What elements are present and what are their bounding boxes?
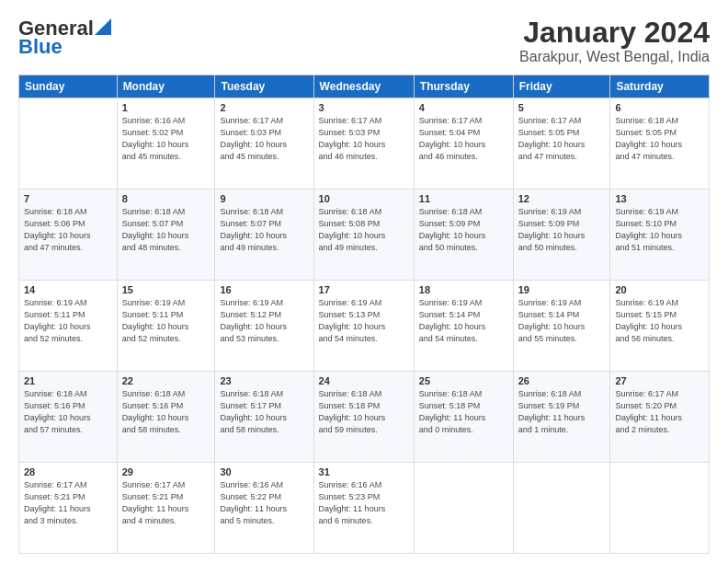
logo-arrow-icon [95,18,111,35]
page-subtitle: Barakpur, West Bengal, India [519,49,710,65]
day-info: Sunrise: 6:17 AM Sunset: 5:03 PM Dayligh… [319,115,409,163]
calendar-cell: 7Sunrise: 6:18 AM Sunset: 5:06 PM Daylig… [19,190,118,281]
calendar-cell: 3Sunrise: 6:17 AM Sunset: 5:03 PM Daylig… [313,98,414,190]
calendar-cell [19,98,118,190]
day-number: 22 [122,375,210,386]
calendar-cell: 27Sunrise: 6:17 AM Sunset: 5:20 PM Dayli… [610,372,710,463]
day-info: Sunrise: 6:19 AM Sunset: 5:09 PM Dayligh… [518,206,606,254]
day-info: Sunrise: 6:18 AM Sunset: 5:07 PM Dayligh… [122,206,210,254]
calendar-cell: 13Sunrise: 6:19 AM Sunset: 5:10 PM Dayli… [610,190,710,281]
calendar-cell [610,463,710,554]
day-number: 28 [24,466,112,477]
calendar-cell: 30Sunrise: 6:16 AM Sunset: 5:22 PM Dayli… [215,463,313,554]
day-number: 20 [615,284,704,295]
day-number: 29 [122,466,210,477]
calendar-cell: 25Sunrise: 6:18 AM Sunset: 5:18 PM Dayli… [414,372,513,463]
day-number: 16 [220,284,308,295]
calendar-cell: 1Sunrise: 6:16 AM Sunset: 5:02 PM Daylig… [117,98,215,190]
calendar-cell [513,463,610,554]
day-info: Sunrise: 6:19 AM Sunset: 5:14 PM Dayligh… [518,297,606,345]
calendar-cell: 31Sunrise: 6:16 AM Sunset: 5:23 PM Dayli… [313,463,414,554]
day-info: Sunrise: 6:19 AM Sunset: 5:14 PM Dayligh… [419,297,508,345]
day-info: Sunrise: 6:18 AM Sunset: 5:18 PM Dayligh… [419,388,508,436]
day-info: Sunrise: 6:19 AM Sunset: 5:11 PM Dayligh… [122,297,210,345]
page-header: General Blue January 2024 Barakpur, West… [18,17,710,65]
day-number: 6 [615,102,704,113]
calendar-cell: 8Sunrise: 6:18 AM Sunset: 5:07 PM Daylig… [117,190,215,281]
logo-blue: Blue [18,35,63,59]
day-number: 18 [419,284,508,295]
calendar-cell: 4Sunrise: 6:17 AM Sunset: 5:04 PM Daylig… [414,98,513,190]
calendar-header-row: Sunday Monday Tuesday Wednesday Thursday… [19,75,710,98]
day-info: Sunrise: 6:17 AM Sunset: 5:04 PM Dayligh… [419,115,508,163]
calendar-cell: 6Sunrise: 6:18 AM Sunset: 5:05 PM Daylig… [610,98,710,190]
day-number: 14 [24,284,112,295]
day-info: Sunrise: 6:18 AM Sunset: 5:16 PM Dayligh… [24,388,112,436]
day-info: Sunrise: 6:17 AM Sunset: 5:05 PM Dayligh… [518,115,606,163]
day-number: 11 [419,193,508,204]
day-number: 26 [518,375,606,386]
day-info: Sunrise: 6:18 AM Sunset: 5:16 PM Dayligh… [122,388,210,436]
calendar-cell: 29Sunrise: 6:17 AM Sunset: 5:21 PM Dayli… [117,463,215,554]
day-info: Sunrise: 6:18 AM Sunset: 5:08 PM Dayligh… [319,206,409,254]
day-number: 19 [518,284,606,295]
day-number: 5 [518,102,606,113]
day-number: 8 [122,193,210,204]
day-info: Sunrise: 6:18 AM Sunset: 5:07 PM Dayligh… [220,206,308,254]
day-number: 4 [419,102,508,113]
calendar-cell: 16Sunrise: 6:19 AM Sunset: 5:12 PM Dayli… [215,281,313,372]
day-number: 24 [319,375,409,386]
day-info: Sunrise: 6:17 AM Sunset: 5:20 PM Dayligh… [615,388,704,436]
calendar-cell: 24Sunrise: 6:18 AM Sunset: 5:18 PM Dayli… [313,372,414,463]
day-info: Sunrise: 6:16 AM Sunset: 5:02 PM Dayligh… [122,115,210,163]
day-number: 10 [319,193,409,204]
day-number: 15 [122,284,210,295]
col-thursday: Thursday [414,75,513,98]
day-info: Sunrise: 6:18 AM Sunset: 5:17 PM Dayligh… [220,388,308,436]
day-number: 23 [220,375,308,386]
logo: General Blue [18,17,111,59]
calendar-cell: 14Sunrise: 6:19 AM Sunset: 5:11 PM Dayli… [19,281,118,372]
col-friday: Friday [513,75,610,98]
calendar-cell: 26Sunrise: 6:18 AM Sunset: 5:19 PM Dayli… [513,372,610,463]
day-number: 13 [615,193,704,204]
day-info: Sunrise: 6:17 AM Sunset: 5:21 PM Dayligh… [24,479,112,527]
day-info: Sunrise: 6:17 AM Sunset: 5:03 PM Dayligh… [220,115,308,163]
day-number: 9 [220,193,308,204]
calendar-cell: 21Sunrise: 6:18 AM Sunset: 5:16 PM Dayli… [19,372,118,463]
day-number: 27 [615,375,704,386]
col-monday: Monday [117,75,215,98]
calendar-cell: 5Sunrise: 6:17 AM Sunset: 5:05 PM Daylig… [513,98,610,190]
col-tuesday: Tuesday [215,75,313,98]
day-info: Sunrise: 6:16 AM Sunset: 5:22 PM Dayligh… [220,479,308,527]
col-saturday: Saturday [610,75,710,98]
day-info: Sunrise: 6:19 AM Sunset: 5:13 PM Dayligh… [319,297,409,345]
day-number: 7 [24,193,112,204]
calendar-week-row: 1Sunrise: 6:16 AM Sunset: 5:02 PM Daylig… [19,98,710,190]
day-info: Sunrise: 6:18 AM Sunset: 5:09 PM Dayligh… [419,206,508,254]
calendar-cell: 15Sunrise: 6:19 AM Sunset: 5:11 PM Dayli… [117,281,215,372]
day-number: 21 [24,375,112,386]
page-title: January 2024 [519,17,710,49]
calendar-week-row: 14Sunrise: 6:19 AM Sunset: 5:11 PM Dayli… [19,281,710,372]
day-info: Sunrise: 6:18 AM Sunset: 5:19 PM Dayligh… [518,388,606,436]
day-info: Sunrise: 6:19 AM Sunset: 5:12 PM Dayligh… [220,297,308,345]
calendar-cell: 20Sunrise: 6:19 AM Sunset: 5:15 PM Dayli… [610,281,710,372]
day-info: Sunrise: 6:18 AM Sunset: 5:18 PM Dayligh… [319,388,409,436]
calendar-week-row: 28Sunrise: 6:17 AM Sunset: 5:21 PM Dayli… [19,463,710,554]
svg-marker-0 [95,18,111,35]
calendar-cell: 12Sunrise: 6:19 AM Sunset: 5:09 PM Dayli… [513,190,610,281]
day-info: Sunrise: 6:18 AM Sunset: 5:06 PM Dayligh… [24,206,112,254]
title-block: January 2024 Barakpur, West Bengal, Indi… [519,17,710,65]
day-number: 1 [122,102,210,113]
col-sunday: Sunday [19,75,118,98]
day-number: 30 [220,466,308,477]
day-number: 2 [220,102,308,113]
calendar-cell: 18Sunrise: 6:19 AM Sunset: 5:14 PM Dayli… [414,281,513,372]
day-info: Sunrise: 6:19 AM Sunset: 5:11 PM Dayligh… [24,297,112,345]
calendar-cell [414,463,513,554]
day-info: Sunrise: 6:19 AM Sunset: 5:15 PM Dayligh… [615,297,704,345]
day-info: Sunrise: 6:18 AM Sunset: 5:05 PM Dayligh… [615,115,704,163]
day-info: Sunrise: 6:17 AM Sunset: 5:21 PM Dayligh… [122,479,210,527]
calendar-cell: 28Sunrise: 6:17 AM Sunset: 5:21 PM Dayli… [19,463,118,554]
